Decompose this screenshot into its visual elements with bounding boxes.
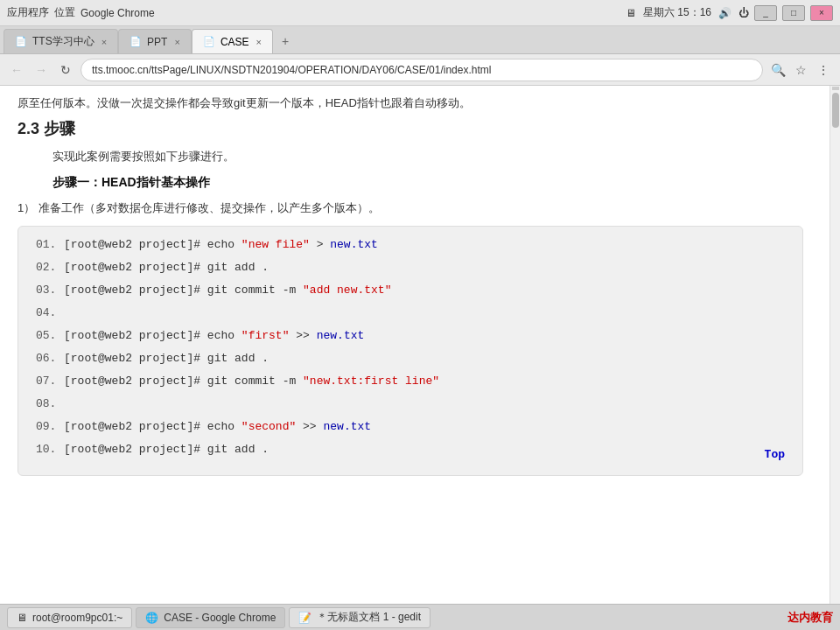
taskbar-right: 达内教育 <box>788 610 833 626</box>
code-line-07: 07. [root@web2 project]# git commit -m "… <box>36 374 785 396</box>
line-num-10: 10. <box>36 443 64 456</box>
close-button[interactable]: × <box>810 5 833 21</box>
taskbar-item-browser[interactable]: 🌐 CASE - Google Chrome <box>136 607 285 628</box>
code-text-09: [root@web2 project]# echo "second" >> ne… <box>64 420 371 433</box>
code-text-03: [root@web2 project]# git commit -m "add … <box>64 284 391 297</box>
tab-case-label: CASE <box>220 36 249 48</box>
taskbar: 🖥 root@room9pc01:~ 🌐 CASE - Google Chrom… <box>0 604 840 630</box>
power-icon: ⏻ <box>738 7 749 19</box>
speaker-icon: 🔊 <box>718 7 732 19</box>
taskbar-gedit-label: ＊无标题文档 1 - gedit <box>317 610 421 625</box>
top-link[interactable]: Top <box>765 448 785 461</box>
line-num-01: 01. <box>36 238 64 251</box>
bookmark-icon[interactable]: ☆ <box>791 60 810 80</box>
terminal-icon: 🖥 <box>17 612 27 624</box>
code-line-10: 10. [root@web2 project]# git add . <box>36 442 785 465</box>
browser-taskbar-icon: 🌐 <box>145 612 158 624</box>
system-tray: 🖥 星期六 15：16 🔊 ⏻ <box>626 5 749 20</box>
line-num-09: 09. <box>36 420 64 433</box>
code-line-09: 09. [root@web2 project]# echo "second" >… <box>36 419 785 442</box>
address-icons: 🔍 ☆ ⋮ <box>768 60 833 80</box>
position-menu[interactable]: 位置 <box>54 5 75 20</box>
code-text-06: [root@web2 project]# git add . <box>64 352 269 365</box>
search-icon[interactable]: 🔍 <box>768 60 788 80</box>
content-area: 原至任何版本。没做一次提交操作都会导致git更新一个版本，HEAD指针也跟着自动… <box>0 86 840 604</box>
apps-menu[interactable]: 应用程序 <box>7 5 49 20</box>
maximize-button[interactable]: □ <box>782 5 805 21</box>
section-title-text: 步骤 <box>44 120 75 137</box>
code-text-01: [root@web2 project]# echo "new file" > n… <box>64 238 378 251</box>
tab-ppt[interactable]: 📄 PPT × <box>118 29 192 53</box>
tab-case-icon: 📄 <box>203 36 215 47</box>
step-one-label: 步骤一：HEAD指针基本操作 <box>52 175 803 191</box>
tab-tts-icon: 📄 <box>15 36 27 47</box>
title-bar: 应用程序 位置 Google Chrome 🖥 星期六 15：16 🔊 ⏻ _ … <box>0 0 840 26</box>
menu-icon[interactable]: ⋮ <box>814 60 833 80</box>
code-line-08: 08. <box>36 396 785 419</box>
tab-ppt-label: PPT <box>147 36 167 48</box>
intro-text: 原至任何版本。没做一次提交操作都会导致git更新一个版本，HEAD指针也跟着自动… <box>18 94 803 113</box>
line-num-06: 06. <box>36 352 64 365</box>
title-bar-right: 🖥 星期六 15：16 🔊 ⏻ _ □ × <box>626 5 833 21</box>
code-block: 01. [root@web2 project]# echo "new file"… <box>18 226 803 476</box>
code-line-02: 02. [root@web2 project]# git add . <box>36 260 785 283</box>
back-button[interactable]: ← <box>7 60 26 80</box>
code-line-01: 01. [root@web2 project]# echo "new file"… <box>36 237 785 260</box>
taskbar-item-terminal[interactable]: 🖥 root@room9pc01:~ <box>7 607 132 628</box>
tab-bar: 📄 TTS学习中心 × 📄 PPT × 📄 CASE × + <box>0 26 840 54</box>
network-icon: 🖥 <box>626 7 636 19</box>
line-num-02: 02. <box>36 261 64 274</box>
taskbar-browser-label: CASE - Google Chrome <box>164 612 276 624</box>
code-text-02: [root@web2 project]# git add . <box>64 261 269 274</box>
minimize-button[interactable]: _ <box>754 5 777 21</box>
address-bar: ← → ↻ 🔍 ☆ ⋮ <box>0 54 840 86</box>
scrollbar-thumb[interactable] <box>832 93 839 128</box>
tab-case[interactable]: 📄 CASE × <box>192 29 273 53</box>
tab-tts-label: TTS学习中心 <box>32 34 94 49</box>
forward-button[interactable]: → <box>32 60 51 80</box>
tab-tts-close[interactable]: × <box>102 37 107 47</box>
code-line-06: 06. [root@web2 project]# git add . <box>36 351 785 374</box>
section-number: 2.3 <box>18 120 39 137</box>
line-num-05: 05. <box>36 329 64 342</box>
new-tab-button[interactable]: + <box>273 29 298 53</box>
code-text-10: [root@web2 project]# git add . <box>64 443 269 456</box>
taskbar-terminal-label: root@room9pc01:~ <box>32 612 122 624</box>
line-num-03: 03. <box>36 284 64 297</box>
code-line-04: 04. <box>36 305 785 328</box>
brand-logo: 达内教育 <box>788 610 833 626</box>
step-intro: 实现此案例需要按照如下步骤进行。 <box>52 148 803 166</box>
refresh-button[interactable]: ↻ <box>56 60 75 80</box>
datetime: 星期六 15：16 <box>643 5 711 20</box>
code-line-03: 03. [root@web2 project]# git commit -m "… <box>36 283 785 305</box>
step-one-desc: 1） 准备工作（多对数据仓库进行修改、提交操作，以产生多个版本）。 <box>18 200 803 218</box>
line-num-04: 04. <box>36 306 64 319</box>
tab-ppt-icon: 📄 <box>130 36 142 47</box>
title-bar-left: 应用程序 位置 Google Chrome <box>7 5 155 20</box>
page-content: 原至任何版本。没做一次提交操作都会导致git更新一个版本，HEAD指针也跟着自动… <box>0 86 830 604</box>
scrollbar[interactable] <box>830 86 840 604</box>
tab-tts[interactable]: 📄 TTS学习中心 × <box>4 29 118 53</box>
code-text-07: [root@web2 project]# git commit -m "new.… <box>64 374 439 388</box>
section-title: 2.3 步骤 <box>18 118 803 139</box>
taskbar-item-gedit[interactable]: 📝 ＊无标题文档 1 - gedit <box>289 607 430 628</box>
tab-case-close[interactable]: × <box>256 37 262 47</box>
tab-ppt-close[interactable]: × <box>174 37 179 47</box>
gedit-icon: 📝 <box>298 612 312 624</box>
browser-menu[interactable]: Google Chrome <box>80 7 155 19</box>
url-input[interactable] <box>80 59 763 81</box>
line-num-07: 07. <box>36 374 64 388</box>
code-line-05: 05. [root@web2 project]# echo "first" >>… <box>36 328 785 351</box>
code-text-05: [root@web2 project]# echo "first" >> new… <box>64 329 364 342</box>
line-num-08: 08. <box>36 397 64 410</box>
